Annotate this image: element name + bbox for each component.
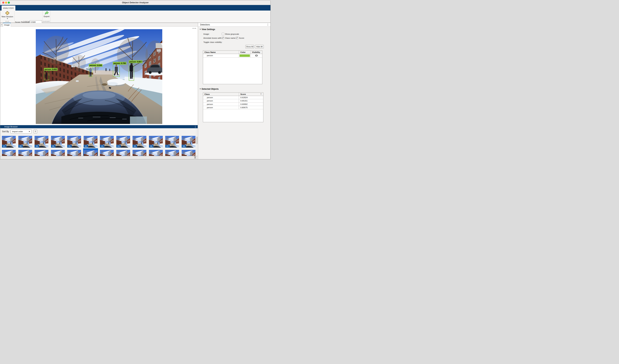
thumbnail[interactable]: 42: [84, 136, 98, 148]
eye-icon[interactable]: [255, 55, 258, 57]
toggle-visibility-label: Toggle class visibility:: [203, 41, 222, 43]
detected-object-row[interactable]: person0.65151: [203, 99, 263, 102]
thumbnail[interactable]: 47: [165, 136, 179, 148]
detected-class-cell: person: [203, 103, 239, 106]
detected-score-cell: 0.80675: [239, 106, 263, 109]
thumbnail[interactable]: 41: [67, 136, 81, 148]
detections-panel-title: Detections: [200, 24, 210, 26]
document-bar-icon[interactable]: [0, 23, 3, 26]
ellipsis-icon[interactable]: [193, 28, 196, 29]
class-name-cell: person: [203, 54, 239, 57]
thumbnail-selection-highlight: [83, 148, 98, 150]
thumbnail[interactable]: [100, 150, 114, 156]
thumbnail-index-badge: 47: [165, 145, 170, 148]
file-section-label: FILE: [0, 20, 14, 22]
thumbnail[interactable]: [116, 150, 130, 156]
tab-analyzer[interactable]: ANALYZER: [1, 6, 15, 11]
detection-label: person: 0.639: [89, 64, 102, 67]
thumbnail[interactable]: 45: [133, 136, 146, 148]
detected-object-row[interactable]: person0.69992: [203, 103, 263, 106]
color-swatch[interactable]: [239, 55, 250, 57]
class-name-checkbox[interactable]: ✓: [222, 37, 224, 39]
sort-ascending-icon[interactable]: ↑: [260, 93, 262, 95]
thumbnail-grid: 373839404142434445464748: [0, 135, 196, 156]
tab-image[interactable]: Image: [3, 23, 11, 27]
thumbnail[interactable]: [149, 150, 163, 156]
thumbnail-index-badge: 44: [116, 145, 121, 148]
ribbon-toolbar: New Session FILE THRESHOLD Score Thresho…: [0, 11, 270, 23]
detected-header-class[interactable]: Class: [203, 93, 239, 96]
detection-label: person: 0.807: [129, 60, 142, 63]
chevron-down-icon[interactable]: [7, 18, 8, 19]
class-table-header-class: Class Name: [203, 51, 239, 54]
score-checkbox[interactable]: ✓: [236, 37, 238, 39]
thumbnail[interactable]: 44: [116, 136, 130, 148]
detection-box: person: 0.807: [129, 63, 134, 81]
image-panel: person: 0.652person: 0.639person: 0.700p…: [0, 27, 198, 125]
export-section-label: EXPORT: [42, 20, 50, 22]
hide-all-button[interactable]: Hide All: [255, 45, 264, 48]
kebab-icon[interactable]: [268, 24, 268, 26]
thumbnail[interactable]: [18, 150, 32, 156]
ribbon-tab-bar: ANALYZER: [0, 5, 270, 11]
thumbnail[interactable]: [35, 150, 48, 156]
detected-objects-title: Detected Objects: [202, 88, 219, 90]
detections-panel: Detections View Settings Image: Show gra…: [198, 23, 270, 159]
detected-class-cell: person: [203, 99, 239, 102]
export-button[interactable]: Export: [42, 11, 51, 17]
new-session-label: New Session: [1, 15, 13, 18]
detected-objects-table: Class Score ↑ person0.63924person0.65151…: [203, 92, 263, 122]
new-session-button[interactable]: New Session: [0, 11, 14, 19]
thumbnail[interactable]: [182, 150, 196, 156]
show-grayscale-label: Show grayscale: [225, 33, 239, 35]
view-settings-title: View Settings: [202, 28, 215, 31]
thumbnail[interactable]: [84, 150, 98, 156]
show-grayscale-checkbox[interactable]: [222, 33, 224, 35]
browser-bottom-bar: [0, 156, 198, 159]
thumbnail[interactable]: [165, 150, 179, 156]
annotated-image: person: 0.652person: 0.639person: 0.700p…: [36, 29, 162, 124]
thumbnail-index-badge: 38: [18, 145, 23, 148]
detected-object-row[interactable]: person0.63924: [203, 96, 263, 99]
detected-score-cell: 0.65151: [239, 99, 263, 102]
thumbnail[interactable]: 43: [100, 136, 114, 148]
detection-label: person: 0.700: [113, 62, 127, 65]
scroll-down-icon[interactable]: [194, 157, 197, 158]
thumbnail-index-badge: 37: [2, 145, 6, 148]
sort-bar: Sort By Import order ↑: [0, 128, 196, 135]
annotate-row-label: Annotate boxes with:: [203, 37, 222, 39]
thumbnail[interactable]: 40: [51, 136, 65, 148]
thumbnail[interactable]: 46: [149, 136, 163, 148]
class-table-row[interactable]: person: [203, 54, 262, 57]
thumbnail[interactable]: [2, 150, 16, 156]
sort-by-select[interactable]: Import order: [11, 129, 32, 134]
detected-class-cell: person: [203, 106, 239, 109]
browser-scrollbar[interactable]: [196, 128, 198, 156]
detected-header-score[interactable]: Score ↑: [239, 93, 263, 96]
class-name-label: Class name: [225, 37, 236, 39]
class-color-cell[interactable]: [239, 54, 251, 57]
class-table: Class Name Color Visibility person: [203, 50, 262, 84]
detected-object-row[interactable]: person0.80675: [203, 106, 263, 109]
collapse-caret-icon[interactable]: [200, 29, 201, 30]
class-table-header-visibility: Visibility: [251, 51, 262, 54]
browser-scrollbar-thumb[interactable]: [197, 137, 197, 144]
kebab-icon[interactable]: [195, 126, 196, 128]
thumbnail[interactable]: [133, 150, 146, 156]
sort-direction-button[interactable]: ↑: [34, 129, 37, 134]
visibility-cell[interactable]: [251, 54, 262, 57]
thumbnail[interactable]: 48: [182, 136, 196, 148]
thumbnail[interactable]: 39: [35, 136, 48, 148]
thumbnail[interactable]: [51, 150, 65, 156]
show-all-button[interactable]: Show All: [245, 45, 254, 48]
thumbnail-index-badge: 40: [51, 145, 56, 148]
thumbnail[interactable]: [67, 150, 81, 156]
image-browser-header: Image Browser: [0, 125, 198, 128]
thumbnail-index-badge: 42: [84, 145, 88, 148]
collapse-caret-icon[interactable]: [200, 88, 201, 90]
thumbnail[interactable]: 38: [18, 136, 32, 148]
sort-by-label: Sort By: [2, 130, 9, 133]
thumbnail[interactable]: 37: [2, 136, 16, 148]
thumbnail-index-badge: 41: [67, 145, 72, 148]
chevron-down-icon: [29, 131, 30, 132]
